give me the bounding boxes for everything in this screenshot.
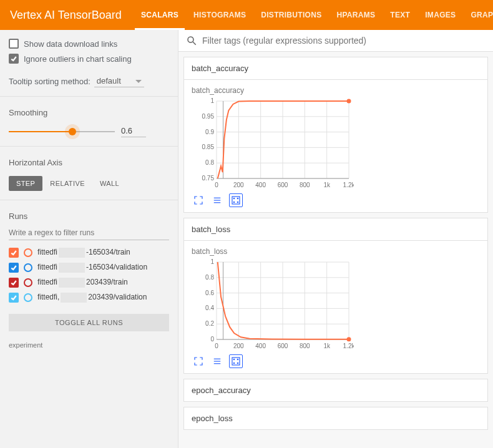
smoothing-value[interactable]: 0.6 xyxy=(121,126,146,137)
experiment-note: experiment xyxy=(9,341,169,349)
smoothing-control: 0.6 xyxy=(9,126,169,137)
runs-label: Runs xyxy=(9,212,169,221)
chart-svg: 02004006008001k1.2k00.20.40.60.81 xyxy=(192,258,354,352)
search-icon xyxy=(186,35,197,46)
horizontal-axis-label: Horizontal Axis xyxy=(9,158,169,167)
run-color-icon xyxy=(24,263,32,272)
panel-header[interactable]: batch_accuracy xyxy=(184,57,487,80)
run-row[interactable]: fittedfi-165034/train xyxy=(9,245,169,260)
tab-distributions[interactable]: DISTRIBUTIONS xyxy=(255,0,328,30)
checkbox-icon xyxy=(9,39,19,49)
tab-graphs[interactable]: GRAPHS xyxy=(464,0,493,30)
tooltip-sort-row: Tooltip sorting method: default xyxy=(9,75,169,87)
list-icon[interactable] xyxy=(210,354,224,368)
smoothing-label: Smoothing xyxy=(9,108,169,117)
haxis-relative-button[interactable]: RELATIVE xyxy=(42,176,92,191)
svg-text:0.6: 0.6 xyxy=(205,290,214,296)
svg-text:600: 600 xyxy=(278,343,288,349)
panel-header[interactable]: batch_loss xyxy=(184,218,487,241)
svg-text:200: 200 xyxy=(233,343,244,349)
svg-text:400: 400 xyxy=(255,343,266,349)
fit-icon[interactable] xyxy=(229,354,243,368)
svg-text:1.2k: 1.2k xyxy=(343,343,354,349)
run-checkbox[interactable] xyxy=(9,263,19,273)
runs-filter-input[interactable] xyxy=(9,226,169,240)
show-download-links-label: Show data download links xyxy=(24,39,117,49)
run-checkbox[interactable] xyxy=(9,248,19,258)
svg-text:1k: 1k xyxy=(323,343,331,349)
svg-text:400: 400 xyxy=(255,182,266,188)
list-icon[interactable] xyxy=(210,193,224,207)
tab-images[interactable]: IMAGES xyxy=(419,0,462,30)
panel-header[interactable]: epoch_loss xyxy=(184,407,487,429)
tag-search-input[interactable] xyxy=(202,36,486,46)
run-row[interactable]: fittedfi,203439/validation xyxy=(9,290,169,305)
panel-header[interactable]: epoch_accuracy xyxy=(184,379,487,401)
chart-subtitle: batch_accuracy xyxy=(192,86,480,95)
tooltip-sort-value: default xyxy=(97,76,121,85)
svg-text:800: 800 xyxy=(300,182,310,188)
svg-rect-34 xyxy=(232,197,240,204)
svg-point-74 xyxy=(233,363,235,364)
svg-text:600: 600 xyxy=(278,182,288,188)
svg-text:0.75: 0.75 xyxy=(202,175,215,182)
ignore-outliers-label: Ignore outliers in chart scaling xyxy=(24,54,132,64)
svg-text:1: 1 xyxy=(210,258,214,265)
tabbar: SCALARSHISTOGRAMSDISTRIBUTIONSHPARAMSTEX… xyxy=(135,0,493,30)
svg-text:0: 0 xyxy=(215,182,218,188)
run-checkbox[interactable] xyxy=(9,293,19,303)
run-row[interactable]: fittedfi203439/train xyxy=(9,275,169,290)
run-checkbox[interactable] xyxy=(9,278,19,288)
haxis-wall-button[interactable]: WALL xyxy=(92,176,127,191)
svg-text:0.8: 0.8 xyxy=(205,159,214,166)
svg-text:0: 0 xyxy=(210,336,214,343)
smoothing-slider[interactable] xyxy=(9,127,115,136)
svg-text:1.2k: 1.2k xyxy=(343,182,354,188)
svg-point-67 xyxy=(347,337,351,341)
topbar: Vertex AI TensorBoard SCALARSHISTOGRAMSD… xyxy=(0,0,493,30)
svg-text:0.2: 0.2 xyxy=(205,320,214,327)
svg-text:1k: 1k xyxy=(323,182,331,188)
panel-body: batch_accuracy 02004006008001k1.2k0.750.… xyxy=(184,80,487,212)
svg-point-75 xyxy=(237,363,238,364)
tooltip-sort-select[interactable]: default xyxy=(94,75,144,87)
svg-point-72 xyxy=(233,359,235,360)
run-label: fittedfi-165034/train xyxy=(37,248,169,258)
panel-body: batch_loss 02004006008001k1.2k00.20.40.6… xyxy=(184,241,487,373)
svg-text:0: 0 xyxy=(215,343,218,349)
run-label: fittedfi-165034/validation xyxy=(37,263,169,273)
svg-point-38 xyxy=(237,202,238,203)
panel-batch_accuracy: batch_accuracy batch_accuracy 0200400600… xyxy=(183,57,488,213)
run-label: fittedfi,203439/validation xyxy=(37,293,169,303)
tag-search xyxy=(178,30,493,52)
chart-tools xyxy=(192,191,480,208)
svg-point-37 xyxy=(233,202,235,203)
runs-list: fittedfi-165034/trainfittedfi-165034/val… xyxy=(9,245,169,305)
content-area: batch_accuracy batch_accuracy 0200400600… xyxy=(178,30,493,448)
tab-histograms[interactable]: HISTOGRAMS xyxy=(187,0,252,30)
panel-batch_loss: batch_loss batch_loss 02004006008001k1.2… xyxy=(183,218,488,374)
svg-text:0.85: 0.85 xyxy=(202,144,215,150)
show-download-links-checkbox[interactable]: Show data download links xyxy=(9,39,169,49)
svg-point-0 xyxy=(188,37,193,42)
haxis-step-button[interactable]: STEP xyxy=(9,176,42,191)
svg-text:0.8: 0.8 xyxy=(205,274,214,281)
ignore-outliers-checkbox[interactable]: Ignore outliers in chart scaling xyxy=(9,54,169,64)
fullscreen-icon[interactable] xyxy=(192,193,205,207)
run-color-icon xyxy=(24,248,32,257)
panel-epoch_accuracy: epoch_accuracy xyxy=(183,379,488,402)
svg-text:800: 800 xyxy=(300,343,310,349)
svg-text:0.9: 0.9 xyxy=(205,129,214,135)
tab-scalars[interactable]: SCALARS xyxy=(135,0,185,30)
svg-line-1 xyxy=(193,42,196,45)
svg-point-73 xyxy=(237,359,238,360)
chart-tools xyxy=(192,352,480,369)
tab-text[interactable]: TEXT xyxy=(384,0,416,30)
svg-text:0.4: 0.4 xyxy=(205,304,214,311)
run-row[interactable]: fittedfi-165034/validation xyxy=(9,260,169,275)
tab-hparams[interactable]: HPARAMS xyxy=(330,0,381,30)
fullscreen-icon[interactable] xyxy=(192,354,205,368)
fit-icon[interactable] xyxy=(229,193,243,207)
toggle-all-runs-button[interactable]: TOGGLE ALL RUNS xyxy=(9,314,169,331)
brand-title: Vertex AI TensorBoard xyxy=(10,9,135,22)
